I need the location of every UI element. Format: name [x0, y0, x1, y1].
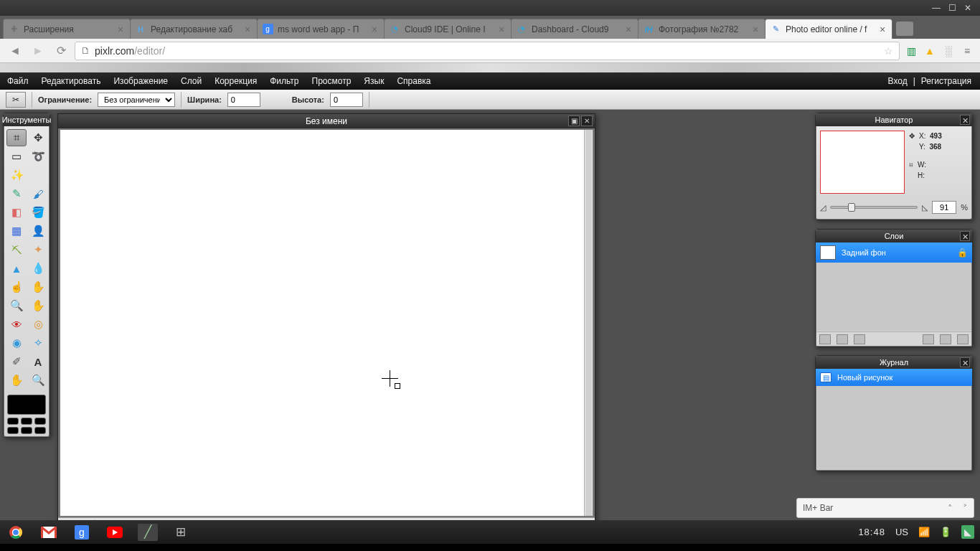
zoom-tool[interactable]: 🔍 — [28, 372, 48, 389]
zoom-slider[interactable] — [830, 206, 918, 209]
menu-layer[interactable]: Слой — [181, 76, 202, 86]
navigator-thumbnail[interactable] — [820, 131, 905, 194]
chrome-icon[interactable] — [6, 524, 26, 541]
panel-close-icon[interactable]: ✕ — [960, 115, 970, 125]
gradient-tool[interactable]: ▦ — [6, 222, 27, 240]
layer-more-icon[interactable] — [957, 334, 969, 344]
stamp-tool[interactable]: ⛏ — [6, 241, 27, 258]
new-layer-icon[interactable] — [923, 334, 934, 344]
history-item[interactable]: ▤ Новый рисунок — [816, 369, 972, 386]
close-icon[interactable]: × — [369, 24, 380, 34]
layer-row[interactable]: Задний фон 🔒 — [816, 242, 972, 263]
delete-layer-icon[interactable] — [940, 334, 951, 344]
back-button[interactable]: ◄ — [6, 42, 24, 60]
panel-title[interactable]: Навигатор✕ — [816, 113, 972, 126]
new-tab-button[interactable] — [896, 22, 913, 36]
app-icon[interactable]: ╱ — [138, 524, 158, 541]
slider-knob[interactable] — [848, 203, 855, 212]
menu-help[interactable]: Справка — [397, 76, 430, 86]
browser-tab[interactable]: ✚Расширения× — [3, 19, 131, 39]
close-icon[interactable]: × — [877, 24, 887, 34]
pinch-tool[interactable]: ✧ — [28, 334, 48, 352]
menu-edit[interactable]: Редактировать — [42, 76, 101, 86]
menu-filter[interactable]: Фильтр — [270, 76, 298, 86]
menu-adjust[interactable]: Коррекция — [215, 76, 257, 86]
smudge-tool[interactable]: ☝ — [6, 278, 27, 296]
move-tool[interactable]: ✥ — [28, 129, 48, 146]
burn-tool[interactable]: ✋ — [28, 297, 48, 314]
close-icon[interactable]: × — [623, 24, 633, 34]
google-search-icon[interactable]: g — [72, 524, 92, 541]
window-close-icon[interactable]: ✕ — [960, 2, 976, 14]
wand-tool[interactable]: ✨ — [6, 166, 27, 184]
browser-tab[interactable]: ◔Dashboard - Cloud9× — [511, 19, 639, 39]
chevron-up-icon[interactable]: ˄ — [948, 503, 953, 514]
browser-tab[interactable]: HРедактирование хаб× — [130, 19, 258, 39]
register-link[interactable]: Регистрация — [921, 76, 971, 86]
panel-title[interactable]: Журнал✕ — [816, 356, 972, 369]
layer-fx-icon[interactable] — [854, 334, 865, 344]
layer-settings-icon[interactable] — [819, 334, 831, 344]
reload-button[interactable]: ⟳ — [52, 42, 70, 60]
swatch[interactable] — [7, 427, 19, 434]
panel-title[interactable]: Инструменты — [4, 113, 50, 126]
hand-tool[interactable]: ✋ — [6, 372, 27, 389]
swatch[interactable] — [34, 418, 46, 425]
marquee-tool[interactable]: ▭ — [6, 148, 27, 165]
keyboard-layout[interactable]: US — [895, 527, 908, 537]
bookmark-icon[interactable]: ☆ — [884, 45, 893, 57]
login-link[interactable]: Вход — [888, 76, 908, 86]
constraint-select[interactable]: Без ограничения — [98, 93, 175, 107]
swatch[interactable] — [34, 427, 46, 434]
panel-close-icon[interactable]: ✕ — [960, 231, 970, 241]
vertical-scrollbar[interactable] — [584, 130, 593, 516]
zoom-input[interactable] — [932, 201, 956, 214]
menu-view[interactable]: Просмотр — [312, 76, 352, 86]
window-minimize-icon[interactable]: — — [928, 2, 944, 14]
crop-tool[interactable]: ⌗ — [6, 129, 27, 146]
close-icon[interactable]: × — [116, 24, 126, 34]
wifi-icon[interactable]: 📶 — [918, 527, 930, 537]
lock-icon[interactable]: 🔒 — [957, 248, 968, 258]
type-tool[interactable]: A — [28, 353, 48, 370]
canvas[interactable] — [60, 130, 584, 516]
blur-tool[interactable]: 💧 — [28, 260, 48, 277]
browser-tab[interactable]: iHФотография №2782× — [638, 19, 765, 39]
bucket-tool[interactable]: 🪣 — [28, 204, 48, 221]
brush-tool[interactable]: 🖌 — [28, 185, 48, 202]
width-input[interactable] — [227, 93, 260, 107]
browser-tab[interactable]: ◔Cloud9 IDE | Online I× — [384, 19, 512, 39]
draw-tool[interactable]: ▲ — [6, 260, 27, 277]
dodge-tool[interactable]: 🔍 — [6, 297, 27, 314]
zoom-out-icon[interactable]: ◿ — [820, 203, 826, 212]
lasso-tool[interactable]: ➰ — [28, 148, 48, 165]
clone-tool[interactable]: 👤 — [28, 222, 48, 240]
height-input[interactable] — [330, 93, 363, 107]
picker-tool[interactable]: ✐ — [6, 353, 27, 370]
eraser-tool[interactable]: ◧ — [6, 204, 27, 221]
browser-tab-active[interactable]: ✎Photo editor online / f× — [765, 19, 892, 39]
doc-close-icon[interactable]: ✕ — [581, 116, 593, 126]
menu-image[interactable]: Изображение — [113, 76, 168, 86]
close-icon[interactable]: × — [496, 24, 507, 34]
sponge-tool[interactable]: ✋ — [28, 278, 48, 296]
extension-icon[interactable]: ▥ — [904, 44, 918, 58]
chevron-right-icon[interactable]: ˃ — [963, 503, 968, 514]
pencil-tool[interactable]: ✎ — [6, 185, 27, 202]
panel-title[interactable]: Слои✕ — [816, 230, 972, 242]
forward-button[interactable]: ► — [29, 42, 47, 60]
youtube-icon[interactable] — [105, 524, 125, 541]
gdrive-icon[interactable]: ▲ — [923, 44, 937, 58]
close-icon[interactable]: × — [750, 24, 760, 34]
foreground-color[interactable] — [7, 395, 46, 415]
layer-mask-icon[interactable] — [837, 334, 848, 344]
gmail-icon[interactable] — [39, 524, 59, 541]
battery-icon[interactable]: 🔋 — [940, 527, 951, 537]
swatch[interactable] — [21, 418, 32, 425]
document-title-bar[interactable]: Без имени ▣ ✕ — [58, 114, 595, 128]
panel-close-icon[interactable]: ✕ — [960, 357, 970, 367]
scrollbar-thumb[interactable] — [585, 130, 592, 516]
system-menu-icon[interactable]: ◣ — [961, 525, 974, 539]
spot-tool[interactable]: ◎ — [28, 316, 48, 333]
menu-language[interactable]: Язык — [364, 76, 384, 86]
